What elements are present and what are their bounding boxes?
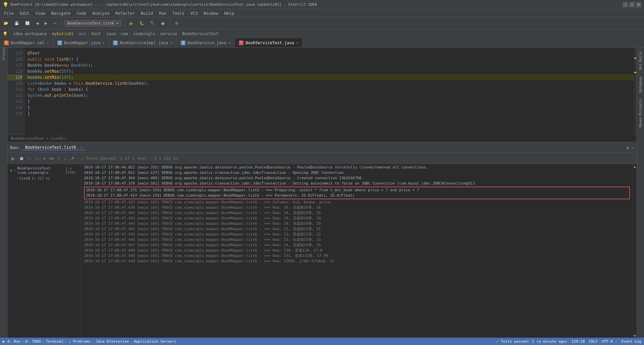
toolbar-back-button[interactable]: ◀	[34, 20, 41, 27]
toolbar-current-file[interactable]: BookServiceTest.list6 ▾	[64, 20, 121, 26]
log-line-4: 2019-10-17 17:08:47.370 [main-101] DEBUG…	[84, 181, 630, 186]
run-external-button[interactable]: ↗	[69, 155, 76, 162]
run-collapse-icon[interactable]: −	[632, 145, 634, 150]
tab-bookserviceimpl[interactable]: J BookServiceImpl.java ✕	[109, 38, 177, 47]
menu-code[interactable]: Code	[74, 10, 89, 16]
tab-close-icon[interactable]: ✕	[102, 41, 105, 45]
tab-bookservicetest[interactable]: T BookServiceTest.java ✕	[235, 38, 303, 47]
tree-root-time: 1 s 222ms	[65, 167, 78, 174]
menu-navigate[interactable]: Navigate	[49, 10, 73, 16]
breadcrumb-bookservicetest[interactable]: BookServiceTest	[182, 31, 218, 36]
run-down-button[interactable]: ↓	[63, 155, 68, 162]
menu-run[interactable]: Run	[156, 10, 169, 16]
menu-view[interactable]: View	[33, 10, 48, 16]
tab-bookmapper-java[interactable]: J BookMapper.java ✕	[53, 38, 109, 47]
code-line-131: for (Book book : books) {	[28, 86, 634, 92]
breadcrumb-com[interactable]: com	[121, 31, 128, 36]
menu-vcs[interactable]: VCS	[188, 10, 201, 16]
tab-close-icon[interactable]: ✕	[47, 41, 49, 45]
status-problems-tab[interactable]: ⚠ Problems	[68, 339, 91, 344]
status-event-log[interactable]: Event Log	[621, 339, 641, 344]
maximize-button[interactable]: □	[629, 2, 635, 7]
breadcrumb-mybatis[interactable]: mybatis01	[52, 31, 74, 36]
log-line-18: 2019-10-17 17:08:47.449 [main-165] TRACE…	[84, 259, 630, 264]
code-line-126: public void list6() {	[28, 56, 634, 62]
status-run-tab[interactable]: ▶ 4: Run	[3, 339, 20, 344]
breadcrumb-src[interactable]: src	[79, 31, 86, 36]
status-crlf[interactable]: CRLF	[589, 339, 598, 344]
log-line-8: 2019-10-17 17:08:47.438 [main-165] TRACE…	[84, 205, 630, 210]
title-bar: 💡 OneProject [D:\ideaUI\idea workspace] …	[0, 0, 644, 9]
log-line-14: 2019-10-17 17:08:47.446 [main-165] TRACE…	[84, 237, 630, 243]
editor-area: 125 126 127 128 129 130 131 132 133 134 …	[7, 48, 637, 338]
toolbar-separator2	[124, 19, 124, 27]
menu-window[interactable]: Window	[201, 10, 221, 16]
run-stop-button[interactable]: ⏹	[18, 155, 25, 162]
toolbar-settings-button[interactable]: ⚙	[173, 20, 181, 27]
sidebar-ant-build[interactable]: Ant Build	[638, 49, 643, 72]
status-terminal-tab[interactable]: Terminal	[46, 339, 64, 344]
toolbar-build-button[interactable]: 🔨	[148, 20, 157, 27]
breadcrumb-service[interactable]: service	[160, 31, 177, 36]
tree-root-item[interactable]: ▼ ✓ BookServiceTest (com.xieminglu 1 s 2…	[9, 165, 79, 176]
sidebar-database[interactable]: Database	[638, 74, 643, 95]
toolbar-undo-button[interactable]: ↩	[51, 20, 59, 27]
run-tab-close-icon[interactable]: ✕	[80, 145, 83, 150]
toolbar-forward-button[interactable]: ▶	[42, 20, 50, 27]
java-icon: J	[57, 41, 62, 45]
toolbar-open-button[interactable]: 📂	[1, 20, 11, 27]
sidebar-maven[interactable]: Maven Projects	[638, 96, 643, 130]
toolbar-debug-button[interactable]: 🐛	[137, 20, 147, 27]
tab-bookmapper-xml[interactable]: X BookMapper.xml ✕	[0, 38, 53, 47]
status-todo-tab[interactable]: 6: TODO	[25, 339, 41, 344]
breadcrumb-workspace[interactable]: idea workspace	[13, 31, 47, 36]
status-encoding[interactable]: UTF-8 :	[602, 339, 617, 344]
tab-close-icon[interactable]: ✕	[170, 41, 172, 45]
tree-list6-time: 1s 222 ms	[32, 177, 50, 180]
toolbar-separator	[61, 19, 62, 27]
tab-bookservice[interactable]: J BookService.java ✕	[177, 38, 235, 47]
breadcrumb-xieminglu[interactable]: xieminglu	[133, 31, 155, 36]
toolbar-sync-button[interactable]: 🔄	[23, 20, 32, 27]
run-gear-icon[interactable]: ⚙	[627, 145, 629, 150]
tab-label: BookServiceImpl.java	[120, 41, 168, 45]
log-scrollbar[interactable]: ▲ ▼	[633, 164, 637, 338]
run-sort-asc-button[interactable]: ↓↑	[26, 156, 33, 161]
scroll-down-icon[interactable]: ▼	[634, 334, 636, 338]
project-icon[interactable]: Project	[0, 50, 7, 57]
editor-breadcrumb-text: BookServiceTest > list6()	[11, 136, 66, 141]
status-java-enterprise-tab[interactable]: Java Enterprise	[96, 339, 129, 344]
menu-refactor[interactable]: Refactor	[113, 10, 138, 16]
toolbar-save-button[interactable]: 💾	[12, 20, 21, 27]
breadcrumb-test[interactable]: test	[91, 31, 101, 36]
menu-build[interactable]: Build	[138, 10, 156, 16]
line-numbers: 125 126 127 128 129 130 131 132 133 134 …	[7, 48, 25, 135]
run-sort-desc-button[interactable]: ↑↓	[34, 156, 41, 161]
menu-help[interactable]: Help	[222, 10, 237, 16]
run-group-button[interactable]: ≡	[42, 156, 47, 161]
run-status-text: ✓ Tests passed: 1 of 1 test – 1 s 222 ms	[81, 156, 178, 161]
tree-list6-item[interactable]: ✓ list6 1s 222 ms	[9, 176, 79, 181]
run-group2-button[interactable]: ≡≡	[48, 156, 55, 161]
status-app-servers-tab[interactable]: Application Servers	[134, 339, 176, 344]
scroll-up-icon[interactable]: ▲	[634, 165, 636, 168]
breadcrumb-java[interactable]: java	[106, 31, 116, 36]
run-up-button[interactable]: ↑	[56, 155, 61, 162]
menu-file[interactable]: File	[1, 10, 16, 16]
close-button[interactable]: ✕	[636, 2, 641, 7]
run-rerun-button[interactable]: ▶	[10, 155, 16, 162]
toolbar-stop-button[interactable]: ⏹	[159, 20, 167, 27]
run-tab-active[interactable]: BookServiceTest.list6 ✕	[22, 145, 86, 150]
tab-close-icon[interactable]: ✕	[228, 41, 231, 45]
minimize-button[interactable]: −	[623, 2, 628, 7]
tab-bar: X BookMapper.xml ✕ J BookMapper.java ✕ J…	[0, 38, 644, 48]
log-line-6: 2019-10-17 17:08:47.414 [main-159] DEBUG…	[86, 193, 628, 198]
tab-label: BookMapper.xml	[11, 41, 45, 45]
status-right: ✓ Tests passed: 1 (a minute ago) 129:28 …	[496, 339, 641, 344]
menu-tools[interactable]: Tools	[170, 10, 187, 16]
toolbar-run-button[interactable]: ▶	[127, 19, 136, 28]
menu-analyze[interactable]: Analyze	[90, 10, 112, 16]
menu-edit[interactable]: Edit	[17, 10, 32, 16]
tab-close-icon[interactable]: ✕	[296, 41, 299, 45]
log-line-12: 2019-10-17 17:08:47.445 [main-165] TRACE…	[84, 226, 630, 232]
